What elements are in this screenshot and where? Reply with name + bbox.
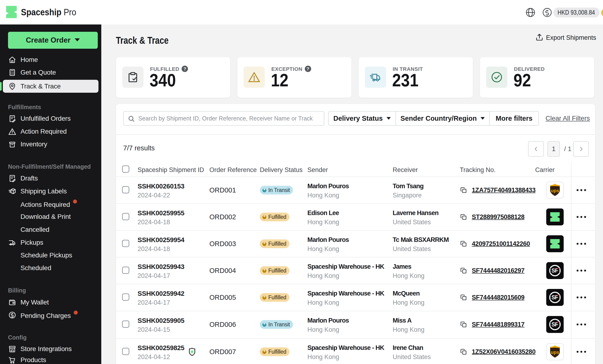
- svg-text:ups: ups: [551, 188, 559, 193]
- svg-text:ups: ups: [551, 350, 559, 355]
